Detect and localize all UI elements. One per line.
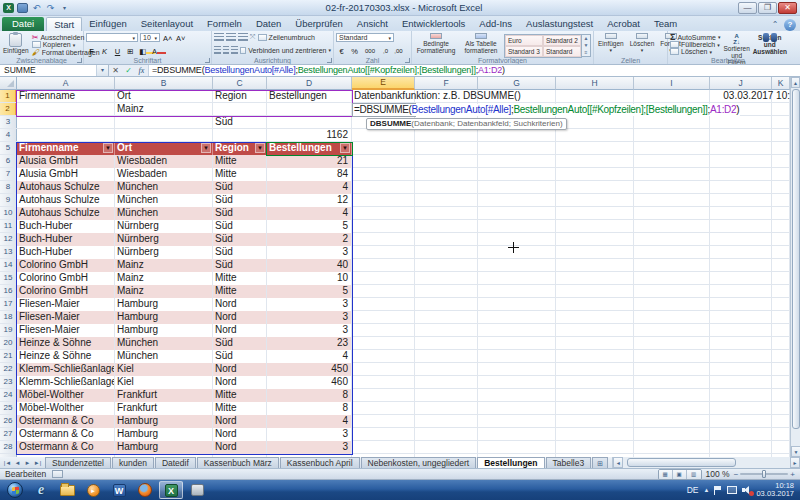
table-cell-C15[interactable]: Mitte <box>213 272 267 285</box>
qat-customize-icon[interactable]: ▾ <box>59 3 70 13</box>
cell-J5[interactable] <box>710 142 772 155</box>
zoom-slider-thumb[interactable] <box>762 470 766 478</box>
fill-button[interactable]: Füllbereich▾ <box>670 41 720 48</box>
cell-H20[interactable] <box>556 337 634 350</box>
cell-E22[interactable] <box>352 363 415 376</box>
table-cell-A24[interactable]: Möbel-Wolther <box>17 389 115 402</box>
filter-dropdown-icon[interactable]: ▼ <box>103 143 113 153</box>
cell-A4[interactable] <box>17 129 115 142</box>
cell-E16[interactable] <box>352 285 415 298</box>
table-cell-A11[interactable]: Buch-Huber <box>17 220 115 233</box>
cell-B5[interactable]: Ort▼ <box>115 142 213 155</box>
fill-color-button[interactable]: ◧ <box>138 46 149 55</box>
file-tab[interactable]: Datei <box>2 17 44 31</box>
cell-E21[interactable] <box>352 350 415 363</box>
table-cell-D13[interactable]: 3 <box>267 246 352 259</box>
row-header-19[interactable]: 19 <box>0 324 17 336</box>
row-header-4[interactable]: 4 <box>0 129 17 141</box>
cell-B3[interactable] <box>115 116 213 129</box>
table-cell-C25[interactable]: Mitte <box>213 402 267 415</box>
cell-K4[interactable] <box>772 129 790 142</box>
cell-G16[interactable] <box>478 285 556 298</box>
cell-K12[interactable] <box>772 233 790 246</box>
row-header-24[interactable]: 24 <box>0 389 17 401</box>
cell-D5[interactable]: Bestellungen▼ <box>267 142 352 155</box>
language-indicator[interactable]: DE <box>687 485 699 495</box>
table-cell-B28[interactable]: Hamburg <box>115 441 213 454</box>
cell-G28[interactable] <box>478 441 556 454</box>
ribbon-tab-team[interactable]: Team <box>647 17 684 31</box>
cell-H9[interactable] <box>556 194 634 207</box>
cell-K10[interactable] <box>772 207 790 220</box>
save-icon[interactable] <box>17 3 28 13</box>
table-cell-B10[interactable]: München <box>115 207 213 220</box>
cell-I12[interactable] <box>634 233 710 246</box>
table-cell-B13[interactable]: Nürnberg <box>115 246 213 259</box>
table-cell-A19[interactable]: Fliesen-Maier <box>17 324 115 337</box>
cell-F15[interactable] <box>415 272 478 285</box>
ribbon-tab-ansicht[interactable]: Ansicht <box>350 17 395 31</box>
sheet-tab-stundenzettel[interactable]: Stundenzettel <box>45 457 111 468</box>
table-cell-A20[interactable]: Heinze & Söhne <box>17 337 115 350</box>
cell-G17[interactable] <box>478 298 556 311</box>
ribbon-tab-daten[interactable]: Daten <box>249 17 288 31</box>
zoom-in-icon[interactable]: + <box>790 470 795 479</box>
cell-F22[interactable] <box>415 363 478 376</box>
table-cell-D9[interactable]: 12 <box>267 194 352 207</box>
currency-format-button[interactable]: € <box>336 46 347 55</box>
cell-I22[interactable] <box>634 363 710 376</box>
cell-E2[interactable] <box>352 103 415 116</box>
table-cell-A16[interactable]: Colorino GmbH <box>17 285 115 298</box>
cell-E23[interactable] <box>352 376 415 389</box>
cell-G5[interactable] <box>478 142 556 155</box>
thousands-format-button[interactable]: 000 <box>362 46 378 55</box>
cell-J27[interactable] <box>710 428 772 441</box>
zoom-level[interactable]: 100 % <box>706 469 730 479</box>
volume-icon[interactable] <box>742 486 751 494</box>
percent-format-button[interactable]: % <box>349 46 360 55</box>
cell-E28[interactable] <box>352 441 415 454</box>
taskbar-word-icon[interactable]: W <box>107 481 131 499</box>
align-bottom-icon[interactable] <box>238 33 248 41</box>
table-cell-D28[interactable]: 3 <box>267 441 352 454</box>
cancel-entry-icon[interactable]: ✕ <box>109 65 122 76</box>
table-cell-C17[interactable]: Nord <box>213 298 267 311</box>
merge-center-icon[interactable] <box>240 47 247 54</box>
cell-F8[interactable] <box>415 181 478 194</box>
cell-H11[interactable] <box>556 220 634 233</box>
row-header-9[interactable]: 9 <box>0 194 17 206</box>
taskbar-firefox-icon[interactable] <box>133 481 157 499</box>
table-cell-C26[interactable]: Nord <box>213 415 267 428</box>
table-cell-B6[interactable]: Wiesbaden <box>115 155 213 168</box>
table-cell-D12[interactable]: 2 <box>267 233 352 246</box>
dialog-launcher[interactable] <box>205 58 210 63</box>
minimize-ribbon-icon[interactable]: ⌃ <box>769 19 781 31</box>
cell-I5[interactable] <box>634 142 710 155</box>
table-cell-C19[interactable]: Nord <box>213 324 267 337</box>
close-button[interactable]: ✕ <box>778 2 797 14</box>
cell-I25[interactable] <box>634 402 710 415</box>
ribbon-tab-auslastungstest[interactable]: Auslastungstest <box>519 17 600 31</box>
cell-I2[interactable] <box>634 103 710 116</box>
cell-J18[interactable] <box>710 311 772 324</box>
cell-K23[interactable] <box>772 376 790 389</box>
row-header-12[interactable]: 12 <box>0 233 17 245</box>
cell-C2[interactable] <box>213 103 267 116</box>
clock[interactable]: 10:18 03.03.2017 <box>756 482 794 498</box>
cell-F16[interactable] <box>415 285 478 298</box>
ribbon-tab-add-ins[interactable]: Add-Ins <box>472 17 519 31</box>
table-cell-A15[interactable]: Colorino GmbH <box>17 272 115 285</box>
table-cell-D17[interactable]: 3 <box>267 298 352 311</box>
cell-F4[interactable] <box>415 129 478 142</box>
ribbon-tab-formeln[interactable]: Formeln <box>200 17 249 31</box>
cell-J19[interactable] <box>710 324 772 337</box>
gallery-scroll[interactable]: ▲▼≡ <box>582 34 591 57</box>
sheet-tab-kassenbuch-april[interactable]: Kassenbuch April <box>280 457 360 468</box>
italic-button[interactable]: K <box>99 46 110 55</box>
row-header-14[interactable]: 14 <box>0 259 17 271</box>
cell-K17[interactable] <box>772 298 790 311</box>
cell-I21[interactable] <box>634 350 710 363</box>
cell-H4[interactable] <box>556 129 634 142</box>
dialog-launcher[interactable] <box>327 58 332 63</box>
table-cell-D27[interactable]: 3 <box>267 428 352 441</box>
